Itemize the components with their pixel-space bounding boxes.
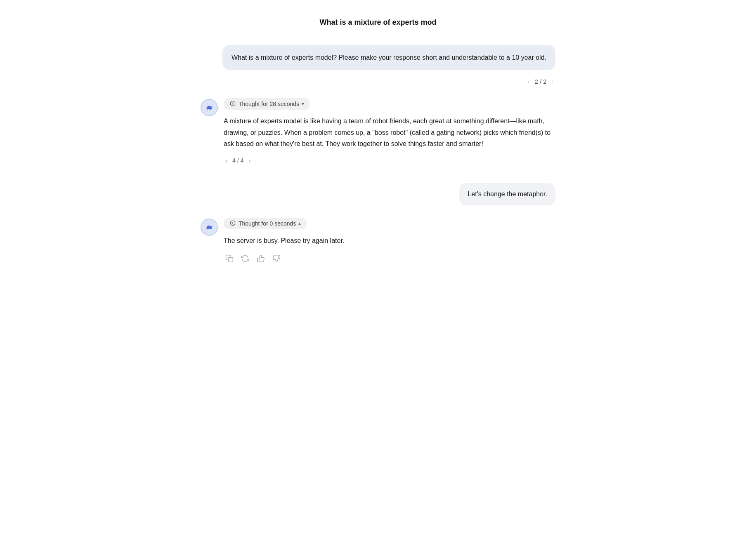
user-message-2-wrapper: Let's change the metaphor. xyxy=(201,183,555,205)
pagination-1-next[interactable]: › xyxy=(550,78,555,86)
thought-icon-1 xyxy=(229,101,236,107)
assistant-block-2: Thought for 0 seconds ▴ The server is bu… xyxy=(201,218,555,264)
assistant-block-1: Thought for 28 seconds ▾ A mixture of ex… xyxy=(201,98,555,175)
svg-point-7 xyxy=(232,224,233,225)
user-message-2-bubble: Let's change the metaphor. xyxy=(459,183,555,205)
svg-point-3 xyxy=(232,105,233,106)
thought-badge-2[interactable]: Thought for 0 seconds ▴ xyxy=(224,218,307,229)
thought-chevron-1: ▾ xyxy=(302,101,304,107)
thumbdown-icon xyxy=(272,254,281,263)
retry-icon xyxy=(241,254,249,263)
thought-icon-2 xyxy=(229,220,236,227)
user-message-1-bubble: What is a mixture of experts model? Plea… xyxy=(222,45,555,71)
assistant-text-1: A mixture of experts model is like havin… xyxy=(224,115,555,149)
thought-label-2: Thought for 0 seconds xyxy=(239,220,296,227)
retry-button[interactable] xyxy=(239,253,251,264)
avatar-1 xyxy=(201,99,218,116)
action-buttons xyxy=(224,253,555,264)
pagination-1-prev[interactable]: ‹ xyxy=(526,78,531,86)
thought-chevron-2: ▴ xyxy=(298,221,301,226)
assistant-logo-icon xyxy=(204,102,215,113)
svg-point-5 xyxy=(210,226,210,227)
page-title: What is a mixture of experts mod xyxy=(201,16,555,28)
response-prev-1[interactable]: ‹ xyxy=(224,156,229,165)
avatar-2 xyxy=(201,219,218,236)
assistant-logo-icon-2 xyxy=(204,222,215,233)
assistant-content-2: Thought for 0 seconds ▴ The server is bu… xyxy=(224,218,555,264)
copy-icon xyxy=(225,254,234,263)
copy-button[interactable] xyxy=(224,253,235,264)
response-next-1[interactable]: › xyxy=(247,156,252,165)
svg-rect-8 xyxy=(229,258,233,262)
assistant-content-1: Thought for 28 seconds ▾ A mixture of ex… xyxy=(224,98,555,175)
thumbup-button[interactable] xyxy=(255,253,267,264)
user-message-1-wrapper: What is a mixture of experts model? Plea… xyxy=(201,45,555,71)
pagination-1-display: 2 / 2 xyxy=(534,77,546,87)
thought-badge-1[interactable]: Thought for 28 seconds ▾ xyxy=(224,98,310,110)
response-pagination-1: ‹ 4 / 4 › xyxy=(224,156,555,165)
thumbdown-button[interactable] xyxy=(271,253,282,264)
thumbup-icon xyxy=(257,254,265,263)
assistant-text-2: The server is busy. Please try again lat… xyxy=(224,235,555,246)
response-page-1: 4 / 4 xyxy=(232,156,243,165)
thought-label-1: Thought for 28 seconds xyxy=(239,101,299,107)
page-container: What is a mixture of experts mod What is… xyxy=(192,0,564,289)
pagination-1-row: ‹ 2 / 2 › xyxy=(201,77,555,87)
svg-point-1 xyxy=(210,107,210,108)
